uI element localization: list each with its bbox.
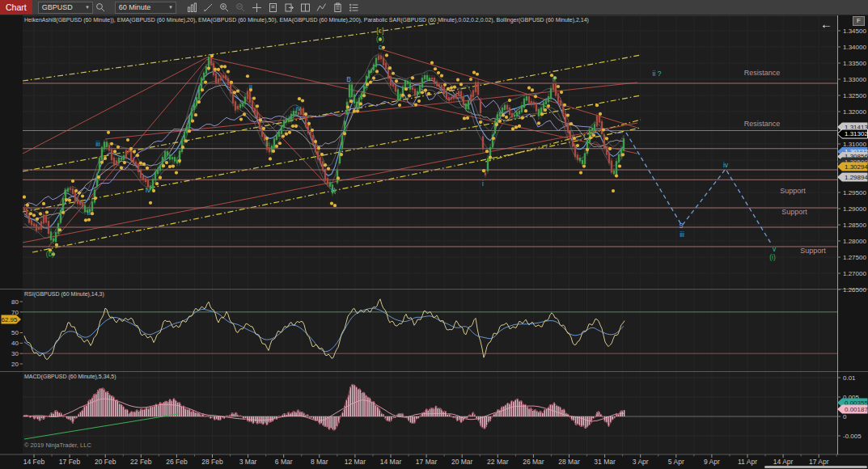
bar-chart-icon bbox=[187, 2, 197, 13]
rsi-indicator-label: RSI(GBPUSD (60 Minute),14,3) bbox=[24, 291, 104, 297]
price-tick-label: 1.33500 bbox=[843, 60, 866, 67]
rsi-tick-label: 30 bbox=[11, 350, 19, 357]
wave-label: i bbox=[482, 180, 484, 188]
zoom-out-button[interactable] bbox=[234, 1, 248, 14]
price-indicator-label: HeikenAshi8(GBPUSD (60 Minute)), EMA(GBP… bbox=[24, 17, 589, 23]
axis-price-marker-label: 1.30294 bbox=[845, 163, 868, 171]
copyright-label: © 2019 NinjaTrader, LLC bbox=[24, 442, 91, 449]
date-label: 8 Mar bbox=[311, 458, 328, 466]
interval-label: 60 Minute bbox=[119, 3, 151, 11]
wave-label: ii bbox=[87, 209, 91, 217]
date-label: 20 Mar bbox=[451, 458, 473, 466]
wave-label: ii bbox=[249, 82, 252, 91]
date-label: 14 Mar bbox=[380, 458, 402, 466]
clipboard-button[interactable] bbox=[331, 1, 345, 14]
macd-tick-label: 0.01 bbox=[843, 374, 856, 382]
price-tick-label: 1.33000 bbox=[843, 76, 866, 83]
date-label: 9 Apr bbox=[704, 458, 720, 466]
document-columns-icon bbox=[300, 2, 311, 13]
rsi-tick-label: 70 bbox=[11, 309, 19, 316]
chevron-down-icon: ▾ bbox=[86, 4, 89, 11]
date-label: 14 Feb bbox=[23, 458, 45, 466]
date-label: 22 Mar bbox=[487, 458, 509, 466]
date-label: 5 Apr bbox=[668, 458, 684, 466]
level-label: Resistance bbox=[744, 69, 781, 77]
document-arrow-button[interactable] bbox=[282, 1, 297, 14]
level-label: Support bbox=[781, 208, 807, 216]
chart-canvas[interactable]: ResistanceResistanceSupportSupportSuppor… bbox=[0, 0, 868, 469]
zoom-out-icon bbox=[235, 2, 246, 13]
wave-label: (c) bbox=[376, 35, 384, 43]
price-tick-label: 1.27500 bbox=[843, 254, 866, 261]
list-button[interactable] bbox=[347, 1, 362, 14]
h-scrollbar-thumb[interactable] bbox=[764, 466, 867, 468]
zigzag-button[interactable] bbox=[315, 1, 329, 14]
date-label: 12 Mar bbox=[345, 458, 366, 466]
macd-tick-label: -0.005 bbox=[843, 433, 862, 440]
wave-label: 5 bbox=[680, 222, 684, 230]
wave-label: i bbox=[64, 188, 66, 196]
rsi-tick-label: 80 bbox=[11, 298, 19, 306]
document-button[interactable] bbox=[266, 1, 281, 14]
search-button[interactable] bbox=[94, 1, 108, 14]
price-tick-label: 1.34500 bbox=[843, 27, 866, 35]
plus-icon bbox=[252, 2, 262, 13]
date-label: 3 Apr bbox=[633, 458, 649, 466]
zoom-in-button[interactable] bbox=[218, 1, 232, 14]
wave-label: iv bbox=[296, 104, 302, 112]
interval-select[interactable]: 60 Minute ▾ bbox=[115, 2, 176, 14]
bar-chart-button[interactable] bbox=[185, 1, 200, 14]
price-tick-label: 1.28500 bbox=[843, 222, 866, 229]
axis-price-marker-label: 0.00187 bbox=[845, 406, 868, 413]
chevron-down-icon: ▾ bbox=[169, 4, 172, 11]
macd-indicator-label: MACD(GBPUSD (60 Minute),5,34,5) bbox=[24, 374, 116, 379]
date-label: 28 Mar bbox=[558, 458, 580, 466]
wave-label: iii bbox=[265, 140, 270, 148]
price-tick-label: 1.26500 bbox=[843, 286, 866, 294]
rsi-tick-label: 50 bbox=[11, 329, 19, 336]
crosshair-button[interactable] bbox=[250, 1, 265, 14]
date-label: 26 Feb bbox=[166, 458, 188, 466]
rsi-tick-label: 40 bbox=[11, 340, 19, 347]
date-label: 22 Feb bbox=[130, 458, 152, 466]
list-icon bbox=[349, 2, 359, 13]
wave-label: iii bbox=[95, 140, 100, 148]
zigzag-icon bbox=[316, 2, 327, 13]
wave-label: (i) bbox=[769, 253, 776, 261]
zoom-in-icon bbox=[219, 2, 230, 13]
level-label: Support bbox=[780, 187, 806, 195]
pencil-icon bbox=[203, 2, 214, 13]
date-label: 17 Mar bbox=[416, 458, 438, 466]
wave-label: B bbox=[346, 75, 351, 83]
date-label: 17 Apr bbox=[809, 458, 829, 466]
level-label: Support bbox=[800, 247, 826, 255]
wave-label: ii ? bbox=[653, 70, 662, 78]
instrument-label: GBPUSD bbox=[42, 3, 73, 11]
wave-label: [c] bbox=[377, 27, 384, 35]
search-icon bbox=[95, 2, 106, 13]
date-label: 11 Apr bbox=[738, 458, 757, 466]
price-tick-label: 1.32500 bbox=[843, 92, 866, 99]
clipboard-icon bbox=[332, 2, 343, 13]
date-label: 26 Mar bbox=[523, 458, 544, 466]
price-tick-label: 1.29000 bbox=[843, 205, 866, 213]
wave-label: iii bbox=[680, 230, 684, 239]
price-tick-label: 1.32000 bbox=[843, 108, 866, 116]
draw-button[interactable] bbox=[201, 1, 216, 14]
price-tick-label: 1.34000 bbox=[843, 44, 866, 51]
rsi-value-label: 62.95 bbox=[1, 316, 18, 323]
chart-tab[interactable]: Chart bbox=[0, 0, 32, 15]
document-columns-button[interactable] bbox=[299, 1, 313, 14]
price-tick-label: 1.31000 bbox=[843, 141, 866, 148]
back-arrow-button[interactable]: ← bbox=[820, 17, 832, 31]
date-label: 28 Feb bbox=[201, 458, 223, 466]
document-icon bbox=[268, 2, 278, 13]
macd-tick-label: 0 bbox=[843, 413, 847, 420]
rsi-tick-label: 20 bbox=[11, 361, 19, 368]
instrument-select[interactable]: GBPUSD ▾ bbox=[38, 2, 93, 14]
wave-label: ii bbox=[553, 75, 556, 83]
date-label: 6 Mar bbox=[275, 458, 293, 466]
price-tick-label: 1.28000 bbox=[843, 238, 866, 245]
date-label: 17 Feb bbox=[59, 458, 81, 466]
date-label: 31 Mar bbox=[594, 458, 616, 466]
